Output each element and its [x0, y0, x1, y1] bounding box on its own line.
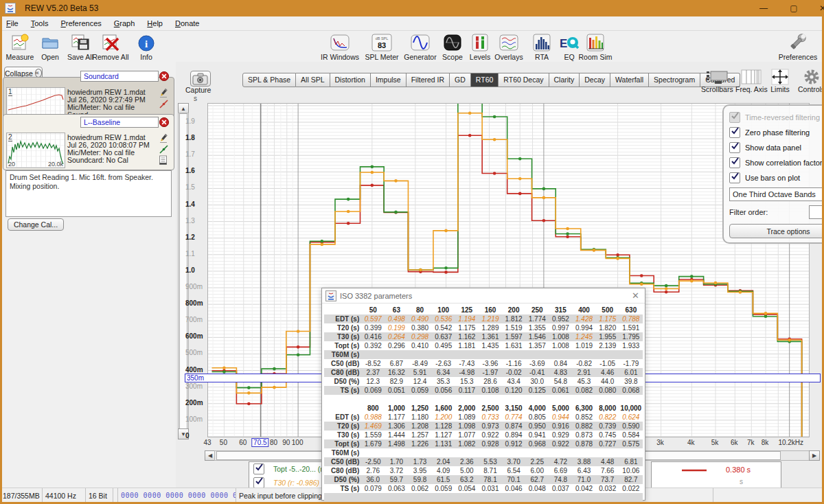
- spl-meter-button[interactable]: dB SPL83SPL Meter: [362, 32, 402, 61]
- limits-icon: [770, 69, 790, 85]
- memory-status: 187/355MB: [0, 488, 43, 503]
- close-button[interactable]: ✕: [809, 0, 824, 16]
- ir-windows-button[interactable]: IR Windows: [320, 32, 360, 61]
- room-sim-button[interactable]: Room Sim: [575, 32, 615, 61]
- preferences-button[interactable]: Preferences: [778, 32, 818, 61]
- checkbox-icon: [729, 157, 740, 168]
- minimize-button[interactable]: —: [750, 0, 777, 16]
- svg-text:dB SPL: dB SPL: [376, 36, 389, 41]
- info-button[interactable]: iInfo: [126, 32, 166, 61]
- checkbox-show-correlation-factor[interactable]: Show correlation factor: [729, 155, 824, 170]
- edit-pencil-icon[interactable]: [159, 133, 170, 143]
- y-axis-unit: s: [194, 95, 197, 102]
- y-tick-label: 1.7: [185, 150, 206, 158]
- y-tick-label: 1.6: [185, 167, 206, 174]
- capture-button[interactable]: [190, 71, 211, 87]
- y-tick-label: 1.0: [185, 266, 206, 274]
- measurement-name-field[interactable]: L--Baseline: [80, 117, 159, 128]
- rt60-options-panel: Time-reversed filteringZero phase filter…: [722, 104, 824, 244]
- checkbox-icon: [253, 477, 264, 488]
- x-tick-label: 60: [239, 439, 247, 446]
- table-header-row: 8001,0001,2501,6002,0002,5003,1504,0005,…: [324, 404, 643, 413]
- table-spacer-row: [324, 395, 643, 404]
- notes-doc-icon[interactable]: [159, 155, 170, 165]
- iso-parameters-table: 506380100125160200250315400500630EDT (s)…: [324, 306, 643, 502]
- scrollbars-button[interactable]: Scrollbars: [701, 69, 733, 93]
- dialog-title-bar[interactable]: ISO 3382 parameters: [322, 288, 645, 303]
- menu-preferences[interactable]: Preferences: [54, 19, 107, 27]
- limits-button[interactable]: Limits: [770, 69, 790, 93]
- iso-3382-dialog[interactable]: ISO 3382 parameters ✕ 506380100125160200…: [321, 288, 645, 501]
- table-row: T30 (s)0.4160.2640.2980.6371.1621.3611.5…: [324, 332, 643, 341]
- capture-label: Capture: [185, 86, 211, 94]
- controls-button[interactable]: Controls: [798, 69, 824, 93]
- menu-donate[interactable]: Donate: [169, 19, 205, 27]
- wrench-icon: [778, 32, 818, 52]
- menu-graph[interactable]: Graph: [108, 19, 141, 27]
- checkbox-zero-phase-filtering[interactable]: Zero phase filtering: [729, 125, 824, 140]
- bands-select[interactable]: One Third Octave Bands ▼: [729, 187, 824, 201]
- y-tick-label: 1.9: [185, 117, 206, 125]
- sample-rate-status: 44100 Hz: [43, 488, 86, 503]
- tab-all-spl[interactable]: All SPL: [296, 73, 330, 87]
- measurement-thumbnail[interactable]: 2 20 20.0k: [6, 133, 65, 168]
- x-tick-label: 5k: [711, 439, 719, 446]
- y-tick-label: 1.4: [185, 201, 206, 208]
- measurement-name-field[interactable]: Soundcard: [80, 71, 159, 82]
- x-tick-label: 80: [270, 439, 277, 446]
- room-sim-icon: [575, 32, 615, 52]
- bit-depth-status: 16 Bit: [86, 488, 113, 503]
- delete-measurement-icon[interactable]: [159, 71, 169, 81]
- menu-tools[interactable]: Tools: [25, 19, 55, 27]
- y-tick-label: 400m: [185, 366, 206, 374]
- trace-color-icon[interactable]: [159, 99, 170, 108]
- checkbox-show-data-panel[interactable]: Show data panel: [729, 140, 824, 155]
- tab-spectrogram[interactable]: Spectrogram: [649, 73, 700, 87]
- maximize-button[interactable]: ▢: [780, 0, 808, 16]
- tab-rt60[interactable]: RT60: [471, 73, 499, 87]
- menu-help[interactable]: Help: [141, 19, 169, 27]
- window-title: REW V5.20 Beta 53: [25, 3, 98, 13]
- table-row: EDT (s)0.9881.1771.1801.2001.0890.7330.7…: [324, 413, 643, 422]
- tab-distortion[interactable]: Distortion: [330, 73, 371, 87]
- tab-spl-phase[interactable]: SPL & Phase: [242, 73, 296, 87]
- ir-windows-icon: [320, 32, 360, 52]
- y-tick-label: 1.5: [185, 183, 206, 191]
- freq-axis-button[interactable]: Freq. Axis: [735, 69, 768, 93]
- table-row: T20 (s)1.4691.3061.2081.1281.0980.9730.8…: [324, 422, 643, 431]
- trace-color-icon[interactable]: [159, 144, 170, 154]
- menu-file[interactable]: File: [0, 19, 25, 27]
- spl-meter-icon: dB SPL83: [362, 32, 402, 52]
- change-cal-button[interactable]: Change Cal...: [8, 218, 64, 231]
- measurement-notes[interactable]: Drum Set Reading 1. Mic 16ft. from Speak…: [5, 170, 172, 217]
- bands-select-value: One Third Octave Bands: [730, 190, 824, 198]
- checkbox-icon: [253, 463, 264, 474]
- tab-filtered-ir[interactable]: Filtered IR: [407, 73, 450, 87]
- table-header-row: 506380100125160200250315400500630: [324, 306, 643, 314]
- tab-waterfall[interactable]: Waterfall: [610, 73, 649, 87]
- table-row: D50 (%)36.059.759.861.563.278.170.162.77…: [324, 475, 643, 484]
- checkbox-icon: [729, 142, 740, 153]
- tab-decay[interactable]: Decay: [580, 73, 610, 87]
- table-row: C80 (dB)2.763.723.954.095.008.716.546.00…: [324, 466, 643, 475]
- table-row: C80 (dB)2.3716.325.916.34-4.98-1.97-0.02…: [324, 368, 643, 377]
- table-row: TS (s)0.0690.0510.0590.0560.1170.1080.12…: [324, 386, 643, 395]
- edit-pencil-icon[interactable]: [159, 88, 170, 98]
- trace-options-button[interactable]: Trace options: [729, 224, 824, 238]
- dialog-close-icon[interactable]: ✕: [632, 290, 639, 301]
- tab-impulse[interactable]: Impulse: [371, 73, 407, 87]
- status-spacer: [113, 488, 118, 503]
- dialog-title: ISO 3382 parameters: [340, 292, 412, 300]
- cursor-value-unit: s: [740, 478, 743, 485]
- table-row: TS (s)0.0790.0630.0620.0590.0540.0310.04…: [324, 484, 643, 493]
- tab-gd[interactable]: GD: [450, 73, 471, 87]
- tab-rt60-decay[interactable]: RT60 Decay: [499, 73, 549, 87]
- table-row: C50 (dB)-2.501.701.732.042.365.533.702.2…: [324, 457, 643, 466]
- delete-measurement-icon[interactable]: [159, 117, 169, 127]
- checkbox-use-bars-on-plot[interactable]: Use bars on plot: [729, 170, 824, 185]
- x-scroll-right-arrow[interactable]: ▶: [809, 450, 820, 461]
- table-row: T30 (s)1.5591.4441.2571.1271.0770.9220.8…: [324, 431, 643, 439]
- remove-all-button[interactable]: Remove All: [91, 32, 130, 61]
- tab-clarity[interactable]: Clarity: [549, 73, 580, 87]
- table-row: Topt (s)0.3920.2960.4100.4951.1811.4351.…: [324, 341, 643, 350]
